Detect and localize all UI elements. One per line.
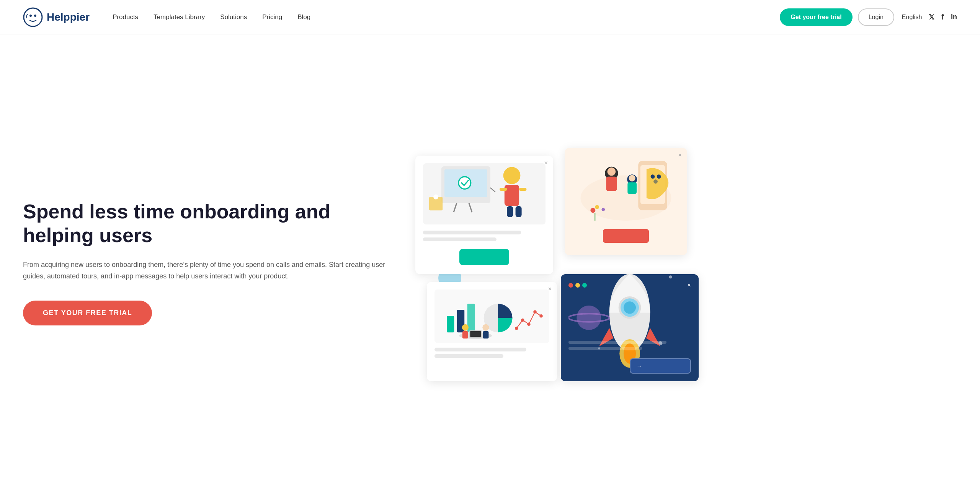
twitter-icon[interactable]: 𝕏	[929, 13, 934, 21]
svg-point-37	[515, 327, 518, 330]
svg-point-41	[539, 314, 543, 318]
svg-rect-15	[515, 206, 521, 217]
card-3-illustration	[434, 289, 549, 343]
svg-point-31	[657, 175, 661, 179]
hero-left: Spend less time onboarding and helping u…	[23, 200, 415, 325]
svg-line-6	[454, 203, 457, 212]
card-line	[434, 354, 503, 358]
ui-card-1: ×	[415, 156, 553, 274]
svg-point-32	[653, 180, 658, 184]
svg-rect-22	[606, 177, 617, 191]
brand-name: Helppier	[47, 11, 90, 23]
card-3-close-icon[interactable]: ×	[548, 286, 551, 293]
card-2-close-icon[interactable]: ×	[678, 152, 681, 159]
logo-link[interactable]: Helppier	[23, 7, 90, 27]
ui-card-4: ×	[561, 274, 699, 381]
svg-point-40	[533, 311, 537, 314]
svg-point-45	[482, 324, 489, 331]
svg-point-9	[433, 194, 438, 199]
svg-point-38	[521, 319, 524, 322]
svg-line-7	[469, 203, 472, 212]
svg-line-16	[490, 188, 495, 192]
logo-icon	[23, 7, 43, 27]
svg-rect-11	[505, 185, 519, 206]
card-1-text-lines	[423, 231, 546, 241]
card-1-close-icon[interactable]: ×	[544, 159, 547, 166]
linkedin-icon[interactable]: in	[951, 13, 957, 21]
svg-point-27	[595, 205, 599, 209]
nav-products[interactable]: Products	[113, 13, 138, 21]
svg-point-10	[503, 167, 520, 184]
nav-right: English 𝕏 f in	[902, 13, 957, 21]
card-1-illustration	[423, 163, 546, 224]
svg-point-55	[624, 301, 636, 314]
ui-card-2: ×	[565, 148, 687, 255]
svg-point-1	[29, 15, 32, 17]
svg-point-29	[601, 208, 605, 211]
analytics-illustration	[434, 291, 549, 341]
nav-login-button[interactable]: Login	[858, 8, 894, 26]
hero-section: Spend less time onboarding and helping u…	[0, 34, 980, 483]
svg-rect-25	[627, 182, 637, 194]
hero-right: ×	[415, 148, 957, 377]
svg-rect-48	[470, 331, 481, 337]
svg-point-5	[459, 177, 471, 189]
card-4-rocket-illustration	[568, 295, 691, 341]
svg-point-26	[590, 208, 595, 213]
svg-rect-46	[483, 331, 488, 338]
language-selector[interactable]: English	[902, 14, 922, 21]
svg-rect-12	[500, 188, 507, 191]
card-line	[423, 231, 521, 234]
svg-point-2	[34, 15, 36, 17]
card-2-illustration	[572, 156, 679, 224]
svg-point-21	[607, 168, 616, 176]
hero-get-free-trial-button[interactable]: GET YOUR FREE TRIAL	[23, 301, 152, 325]
hero-description: From acquiring new users to onboarding t…	[23, 259, 400, 282]
card-4-line	[568, 341, 666, 344]
navbar: Helppier Products Templates Library Solu…	[0, 0, 980, 34]
nav-blog[interactable]: Blog	[297, 13, 310, 21]
ui-card-3: ×	[427, 282, 557, 381]
card-3-text-lines	[434, 348, 549, 358]
svg-rect-14	[507, 206, 513, 217]
facebook-icon[interactable]: f	[941, 13, 944, 21]
card-line	[423, 237, 497, 241]
card-line	[434, 348, 526, 351]
svg-rect-33	[447, 316, 454, 333]
people-discussion-illustration	[572, 157, 679, 223]
svg-point-30	[650, 175, 655, 179]
nav-templates-library[interactable]: Templates Library	[154, 13, 205, 21]
card-2-action-button[interactable]	[603, 229, 649, 243]
svg-rect-44	[462, 331, 468, 338]
card-4-arrow-button[interactable]: →	[630, 358, 691, 374]
person-board-illustration	[423, 163, 546, 224]
card-4-line	[568, 347, 642, 350]
svg-point-43	[462, 324, 469, 331]
hero-title: Spend less time onboarding and helping u…	[23, 200, 400, 247]
nav-pricing[interactable]: Pricing	[262, 13, 282, 21]
nav-solutions[interactable]: Solutions	[220, 13, 247, 21]
card-4-arrow-icon: →	[637, 363, 642, 369]
svg-rect-13	[519, 188, 526, 191]
svg-point-24	[629, 175, 635, 182]
card-1-action-button[interactable]	[459, 249, 509, 265]
svg-point-39	[527, 323, 531, 326]
nav-get-free-trial-button[interactable]: Get your free trial	[780, 8, 852, 26]
svg-point-58	[577, 306, 601, 330]
svg-point-50	[669, 275, 672, 278]
nav-links: Products Templates Library Solutions Pri…	[113, 13, 780, 21]
